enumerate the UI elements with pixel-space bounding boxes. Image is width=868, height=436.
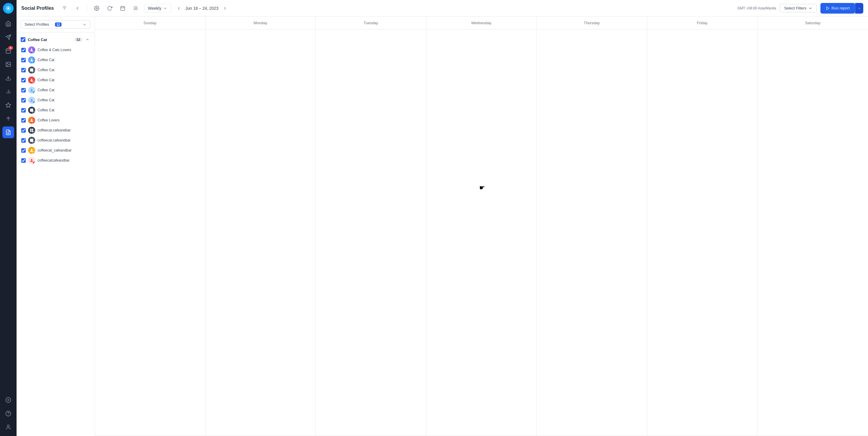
- page-title: Social Profiles: [21, 6, 54, 11]
- list-view-btn[interactable]: [131, 4, 141, 13]
- run-report-button[interactable]: Run report: [820, 3, 855, 13]
- calendar-header: Sunday Monday Tuesday Wednesday Thursday…: [95, 16, 868, 30]
- list-item[interactable]: Coffee Lovers: [21, 115, 90, 125]
- profile-group-coffeecat: Coffee Cat 12 Coffee: [17, 33, 95, 168]
- calendar-cell-tue[interactable]: [316, 30, 426, 436]
- list-item[interactable]: Coffee Cat: [21, 65, 90, 75]
- list-item[interactable]: coffeecatcafeandbar: [21, 155, 90, 165]
- calendar-body: ☛: [95, 30, 868, 436]
- nav-home[interactable]: [2, 18, 14, 30]
- list-item[interactable]: Coffee & Cats Lovers: [21, 45, 90, 55]
- app-logo[interactable]: [3, 3, 13, 13]
- next-date-btn[interactable]: [221, 4, 229, 12]
- item-checkbox[interactable]: [21, 98, 26, 102]
- group-name: Coffee Cat: [28, 37, 72, 42]
- nav-calendar[interactable]: 5: [2, 45, 14, 57]
- item-checkbox[interactable]: [21, 58, 26, 62]
- svg-point-8: [7, 63, 8, 64]
- svg-point-26: [96, 7, 98, 9]
- list-item[interactable]: Coffee Cat: [21, 75, 90, 85]
- calendar-cell-sat[interactable]: [757, 30, 868, 436]
- item-checkbox[interactable]: [21, 148, 26, 153]
- profile-name: Coffee Cat: [37, 88, 54, 92]
- calendar-cell-sun[interactable]: [95, 30, 206, 436]
- svg-point-22: [7, 425, 9, 427]
- divider-1: [87, 5, 87, 12]
- calendar-day-sunday: Sunday: [95, 16, 206, 29]
- nav-star[interactable]: [2, 99, 14, 111]
- profile-name: Coffee Cat: [37, 68, 54, 72]
- calendar-day-wednesday: Wednesday: [426, 16, 537, 29]
- calendar-cell-fri[interactable]: [647, 30, 758, 436]
- body-area: Select Profiles · 12 Coffee Cat 12: [17, 16, 868, 436]
- svg-rect-44: [30, 129, 32, 130]
- weekly-label: Weekly: [148, 6, 161, 11]
- calendar-cell-mon[interactable]: [206, 30, 316, 436]
- svg-marker-34: [826, 6, 829, 10]
- avatar: [28, 127, 35, 134]
- prev-date-btn[interactable]: [175, 4, 183, 12]
- item-checkbox[interactable]: [21, 138, 26, 143]
- svg-point-35: [31, 48, 33, 50]
- item-checkbox[interactable]: [21, 48, 26, 52]
- list-item[interactable]: coffeecat_cafeandbar: [21, 145, 90, 155]
- date-range-label: Jun 18 – 24, 2023: [185, 6, 218, 11]
- nav-send[interactable]: [2, 31, 14, 43]
- profile-name: coffeecat_cafeandbar: [37, 148, 71, 153]
- avatar: [28, 76, 35, 83]
- item-checkbox[interactable]: [21, 128, 26, 133]
- group-checkbox[interactable]: [21, 37, 25, 42]
- list-item[interactable]: Coffee Cat: [21, 95, 90, 105]
- profiles-count-badge: 12: [55, 23, 61, 27]
- select-profiles-dropdown[interactable]: Select Profiles · 12: [21, 20, 90, 29]
- svg-point-51: [31, 149, 33, 150]
- date-navigation: Jun 18 – 24, 2023: [175, 4, 229, 12]
- svg-rect-45: [32, 129, 33, 130]
- item-checkbox[interactable]: [21, 68, 26, 72]
- nav-help[interactable]: [2, 408, 14, 420]
- calendar-day-monday: Monday: [206, 16, 316, 29]
- profile-name: Coffee Cat: [37, 98, 54, 102]
- nav-reports[interactable]: [2, 127, 14, 138]
- avatar: [28, 137, 35, 144]
- calendar-view-btn[interactable]: [118, 4, 127, 13]
- profile-name: Coffee Lovers: [37, 118, 60, 122]
- nav-user-avatar[interactable]: [2, 421, 14, 433]
- list-item[interactable]: Coffee Cat: [21, 105, 90, 115]
- calendar-badge: 5: [8, 46, 13, 49]
- avatar: [28, 57, 35, 64]
- nav-pen[interactable]: [2, 113, 14, 125]
- group-collapse-btn[interactable]: [85, 37, 90, 42]
- weekly-dropdown[interactable]: Weekly: [144, 4, 171, 13]
- list-item[interactable]: coffeecat.cafeandbar: [21, 135, 90, 145]
- back-nav-btn[interactable]: [73, 4, 82, 13]
- svg-point-52: [31, 159, 33, 160]
- nav-analytics[interactable]: [2, 86, 14, 98]
- svg-marker-13: [6, 103, 11, 107]
- nav-download[interactable]: [2, 72, 14, 84]
- item-checkbox[interactable]: [21, 78, 26, 82]
- list-item[interactable]: Coffee Cat: [21, 85, 90, 95]
- calendar-cell-wed[interactable]: ☛: [426, 30, 537, 436]
- profile-name: coffeecat.cafeandbar: [37, 138, 71, 142]
- run-report-dropdown-btn[interactable]: [855, 3, 863, 13]
- nav-image[interactable]: [2, 59, 14, 70]
- select-profiles-label: Select Profiles: [25, 22, 49, 27]
- item-checkbox[interactable]: [21, 108, 26, 112]
- calendar-cell-thu[interactable]: [536, 30, 647, 436]
- filter-icon-btn[interactable]: [60, 4, 69, 13]
- refresh-btn[interactable]: [105, 4, 115, 13]
- list-item[interactable]: Coffee Cat: [21, 55, 90, 65]
- svg-point-43: [31, 119, 33, 120]
- svg-point-36: [31, 59, 33, 60]
- settings-btn[interactable]: [92, 4, 101, 13]
- avatar: [28, 46, 35, 54]
- item-checkbox[interactable]: [21, 158, 26, 163]
- item-checkbox[interactable]: [21, 118, 26, 123]
- nav-add[interactable]: [2, 394, 14, 406]
- item-checkbox[interactable]: [21, 88, 26, 93]
- list-item[interactable]: coffeecat.cafeandbar: [21, 125, 90, 135]
- main-content: Social Profiles: [17, 0, 868, 436]
- select-filters-button[interactable]: Select Filters: [780, 4, 816, 12]
- profile-name: Coffee Cat: [37, 58, 54, 62]
